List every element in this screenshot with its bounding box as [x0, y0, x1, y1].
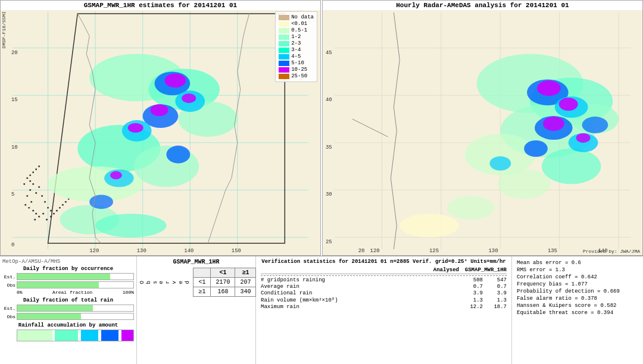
ct-cell-lt1-ge1: 207 [235, 278, 256, 287]
svg-point-20 [32, 210, 34, 212]
svg-point-39 [32, 171, 34, 173]
svg-point-36 [65, 201, 67, 203]
axis-center-occ: Areal fraction [52, 290, 92, 295]
est-label-1: Est. [2, 274, 15, 280]
svg-point-17 [38, 186, 40, 188]
svg-text:45: 45 [326, 50, 332, 56]
contingency-title: GSMAP_MWR_1HR [139, 259, 253, 265]
stats-row-analysed: 0.7 [459, 284, 483, 290]
right-map-panel: Hourly Radar-AMeDAS analysis for 2014120… [322, 0, 643, 256]
legend-label-2-3: 2-3 [291, 40, 301, 46]
svg-text:40: 40 [326, 97, 332, 103]
svg-point-43 [29, 180, 31, 182]
accum-seg-3 [81, 330, 98, 341]
svg-text:25: 25 [326, 239, 332, 245]
axis-right-occ: 100% [123, 290, 134, 295]
svg-point-33 [56, 210, 58, 212]
legend-label-3-4: 3-4 [291, 47, 301, 53]
obs-label-1: Obs [2, 283, 15, 288]
legend-color-lt001 [279, 21, 289, 27]
left-map-svg: 20 15 10 5 0 120 130 140 150 [1, 1, 320, 255]
ct-cell-ge1-ge1: 340 [235, 287, 256, 297]
stats-row: Rain volume (mm×km²×10⁸) 1.3 1.3 [261, 297, 507, 303]
svg-point-28 [34, 219, 36, 221]
obs-green-bar [17, 282, 99, 288]
legend-label-25-50: 25-50 [291, 73, 307, 79]
chart-est-rain: Est. [2, 305, 134, 312]
metric-row: RMS error = 1.3 [517, 267, 638, 273]
svg-point-97 [524, 140, 548, 157]
stats-row-analysed: 508 [459, 277, 483, 283]
ct-header-lt1: <1 [211, 268, 235, 278]
left-map-panel: GSMAP_MWR_1HR estimates for 20141201 01 … [0, 0, 321, 256]
svg-point-15 [35, 192, 37, 194]
legend-label-10-25: 10-25 [291, 67, 307, 73]
metrics-panel: Mean abs error = 0.6RMS error = 1.3Corre… [512, 256, 643, 364]
stats-row-analysed: 3.9 [459, 290, 483, 296]
color-legend: No data <0.01 0.5-1 1-2 2-3 [275, 11, 317, 82]
stats-panel: Verification statistics for 20141201 01 … [256, 256, 512, 364]
svg-point-92 [399, 214, 458, 237]
svg-point-38 [29, 174, 31, 176]
legend-color-2-3 [279, 41, 289, 46]
svg-text:120: 120 [370, 248, 380, 254]
svg-text:135: 135 [548, 248, 557, 254]
stats-row-label: Rain volume (mm×km²×10⁸) [261, 297, 459, 303]
stats-row-gsmap: 1.3 [483, 297, 507, 303]
svg-point-22 [35, 213, 37, 215]
svg-point-59 [164, 73, 186, 87]
stats-row-label: # gridpoints raining [261, 277, 459, 283]
svg-text:20: 20 [358, 248, 365, 254]
svg-point-101 [559, 98, 578, 111]
svg-point-19 [41, 195, 43, 197]
metric-row: Probability of detection = 0.669 [517, 288, 638, 294]
svg-point-58 [89, 194, 113, 209]
legend-no-data: No data [279, 14, 314, 20]
charts-panel: MetOp-A/AMSU-A/MHS Daily fraction by occ… [0, 256, 137, 364]
obs-green-bar-2 [17, 313, 81, 319]
stats-row: # gridpoints raining 508 547 [261, 277, 507, 283]
svg-point-16 [30, 201, 32, 203]
chart-est-occurrence: Est. [2, 273, 134, 280]
svg-text:120: 120 [89, 248, 99, 254]
stats-col-analysed: Analysed [429, 267, 459, 273]
metrics-list: Mean abs error = 0.6RMS error = 1.3Corre… [517, 260, 638, 316]
est-rain-bar [17, 305, 134, 312]
legend-color-10-25 [279, 67, 289, 73]
contingency-table-container: Observed <1 ≥1 <1 2170 20 [139, 268, 253, 297]
main-container: GSMAP_MWR_1HR estimates for 20141201 01 … [0, 0, 643, 364]
est-green-bar [17, 274, 110, 280]
chart-obs-occurrence: Obs [2, 281, 134, 288]
svg-point-98 [489, 156, 511, 171]
verification-title: Verification statistics for 20141201 01 … [261, 259, 507, 265]
legend-label-lt001: <0.01 [291, 21, 307, 27]
obs-label-2: Obs [2, 314, 15, 319]
accum-seg-1 [17, 330, 52, 341]
svg-text:140: 140 [184, 248, 193, 254]
legend-5-10: 5-10 [279, 60, 314, 66]
bottom-row: MetOp-A/AMSU-A/MHS Daily fraction by occ… [0, 256, 643, 364]
svg-point-31 [50, 216, 52, 218]
svg-text:130: 130 [488, 248, 498, 254]
provided-by-label: Provided by: JWA/JMA [583, 249, 640, 254]
legend-10-25: 10-25 [279, 67, 314, 73]
legend-color-5-10 [279, 61, 289, 66]
legend-25-50: 25-50 [279, 73, 314, 79]
obs-vertical-label: Observed [139, 281, 191, 284]
chart-accum [2, 330, 134, 341]
svg-text:10: 10 [11, 145, 18, 150]
svg-point-103 [576, 133, 591, 143]
metric-row: Hanssen & Kuipers score = 0.582 [517, 303, 638, 309]
accum-seg-4 [101, 330, 118, 341]
svg-point-23 [47, 207, 49, 209]
stats-row: Conditional rain 3.9 3.9 [261, 290, 507, 296]
stats-row-gsmap: 547 [483, 277, 507, 283]
svg-point-27 [24, 204, 26, 206]
legend-3-4: 3-4 [279, 47, 314, 53]
chart-rain-title: Daily fraction of total rain [2, 297, 134, 303]
svg-point-34 [59, 207, 61, 209]
svg-point-60 [151, 104, 168, 116]
svg-point-99 [582, 117, 608, 133]
ct-header-ge1: ≥1 [235, 268, 256, 278]
svg-point-26 [23, 183, 25, 185]
